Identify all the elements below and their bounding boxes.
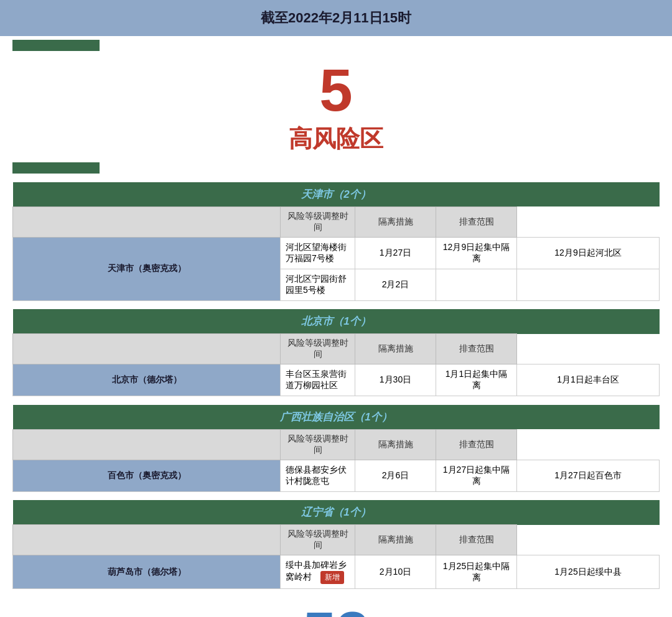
guangxi-isolation-1: 1月27日起集中隔离 — [436, 460, 517, 491]
col-header-date-gx: 风险等级调整时间 — [281, 429, 355, 460]
header-title: 截至2022年2月11日15时 — [0, 0, 672, 36]
col-header-date-1: 风险等级调整时间 — [281, 206, 355, 237]
high-risk-label: 高风险区 — [0, 123, 672, 155]
guangxi-date-1: 2月6日 — [355, 460, 436, 491]
liaoning-location-1: 绥中县加碑岩乡窝岭村 新增 — [281, 555, 355, 589]
tianjin-date-1: 1月27日 — [355, 237, 436, 269]
guangxi-col-headers: 风险等级调整时间 隔离措施 排查范围 — [13, 429, 660, 460]
beijing-row-1: 北京市（德尔塔） 丰台区玉泉营街道万柳园社区 1月30日 1月1日起集中隔离 1… — [13, 364, 660, 396]
tianjin-location-2: 河北区宁园街舒园里5号楼 — [281, 269, 355, 300]
tianjin-section-title: 天津市（2个） — [13, 182, 660, 207]
beijing-date-1: 1月30日 — [355, 364, 436, 396]
guangxi-location-1: 德保县都安乡伏计村陇意屯 — [281, 460, 355, 491]
guangxi-section-title: 广西壮族自治区（1个） — [13, 405, 660, 430]
liaoning-col-headers: 风险等级调整时间 隔离措施 排查范围 — [13, 525, 660, 555]
liaoning-scope-1: 1月25日起绥中县 — [517, 555, 660, 589]
beijing-table: 北京市（1个） 风险等级调整时间 隔离措施 排查范围 北京市（德尔塔） 丰台区玉… — [12, 309, 660, 405]
col-header-isolation-1: 隔离措施 — [355, 206, 436, 237]
tianjin-row-1: 天津市（奥密克戎） 河北区望海楼街万福园7号楼 1月27日 12月9日起集中隔离… — [13, 237, 660, 269]
col-header-date-ln: 风险等级调整时间 — [281, 525, 355, 555]
green-accent-mid — [12, 162, 100, 174]
medium-risk-number: 53 — [0, 600, 672, 617]
tianjin-col-headers: 风险等级调整时间 隔离措施 排查范围 — [13, 206, 660, 237]
col-header-location — [13, 206, 281, 237]
tianjin-isolation-2 — [436, 269, 517, 300]
col-header-scope-1: 排查范围 — [436, 206, 517, 237]
tianjin-scope-2 — [517, 269, 660, 300]
col-header-location-bj — [13, 334, 281, 364]
col-header-isolation-ln: 隔离措施 — [355, 525, 436, 555]
liaoning-row-1: 葫芦岛市（德尔塔） 绥中县加碑岩乡窝岭村 新增 2月10日 1月25日起集中隔离… — [13, 555, 660, 589]
tianjin-city: 天津市（奥密克戎） — [13, 237, 281, 300]
liaoning-table: 辽宁省（1个） 风险等级调整时间 隔离措施 排查范围 葫芦岛市（德尔塔） 绥中县… — [12, 500, 660, 589]
guangxi-scope-1: 1月27日起百色市 — [517, 460, 660, 491]
beijing-city: 北京市（德尔塔） — [13, 364, 281, 396]
col-header-date-bj: 风险等级调整时间 — [281, 334, 355, 364]
high-risk-number: 5 — [0, 57, 672, 123]
liaoning-city: 葫芦岛市（德尔塔） — [13, 555, 281, 589]
guangxi-section-header: 广西壮族自治区（1个） — [13, 405, 660, 430]
col-header-isolation-gx: 隔离措施 — [355, 429, 436, 460]
beijing-col-headers: 风险等级调整时间 隔离措施 排查范围 — [13, 334, 660, 364]
guangxi-row-1: 百色市（奥密克戎） 德保县都安乡伏计村陇意屯 2月6日 1月27日起集中隔离 1… — [13, 460, 660, 491]
liaoning-section-title: 辽宁省（1个） — [13, 500, 660, 525]
tianjin-scope-1: 12月9日起河北区 — [517, 237, 660, 269]
tianjin-table: 天津市（2个） 风险等级调整时间 隔离措施 排查范围 天津市（奥密克戎） 河北区… — [12, 182, 660, 310]
col-header-scope-bj: 排查范围 — [436, 334, 517, 364]
guangxi-city: 百色市（奥密克戎） — [13, 460, 281, 491]
beijing-isolation-1: 1月1日起集中隔离 — [436, 364, 517, 396]
col-header-scope-gx: 排查范围 — [436, 429, 517, 460]
tables-container: 天津市（2个） 风险等级调整时间 隔离措施 排查范围 天津市（奥密克戎） 河北区… — [0, 182, 672, 590]
liaoning-isolation-1: 1月25日起集中隔离 — [436, 555, 517, 589]
liaoning-date-1: 2月10日 — [355, 555, 436, 589]
tianjin-date-2: 2月2日 — [355, 269, 436, 300]
col-header-location-gx — [13, 429, 281, 460]
new-badge: 新增 — [320, 571, 344, 584]
guangxi-table: 广西壮族自治区（1个） 风险等级调整时间 隔离措施 排查范围 百色市（奥密克戎）… — [12, 405, 660, 501]
beijing-section-title: 北京市（1个） — [13, 309, 660, 334]
tianjin-isolation-1: 12月9日起集中隔离 — [436, 237, 517, 269]
col-header-location-ln — [13, 525, 281, 555]
tianjin-location-1: 河北区望海楼街万福园7号楼 — [281, 237, 355, 269]
tianjin-section-header: 天津市（2个） — [13, 182, 660, 207]
col-header-isolation-bj: 隔离措施 — [355, 334, 436, 364]
liaoning-section-header: 辽宁省（1个） — [13, 500, 660, 525]
green-accent-top — [12, 40, 100, 51]
beijing-location-1: 丰台区玉泉营街道万柳园社区 — [281, 364, 355, 396]
col-header-scope-ln: 排查范围 — [436, 525, 517, 555]
beijing-section-header: 北京市（1个） — [13, 309, 660, 334]
beijing-scope-1: 1月1日起丰台区 — [517, 364, 660, 396]
